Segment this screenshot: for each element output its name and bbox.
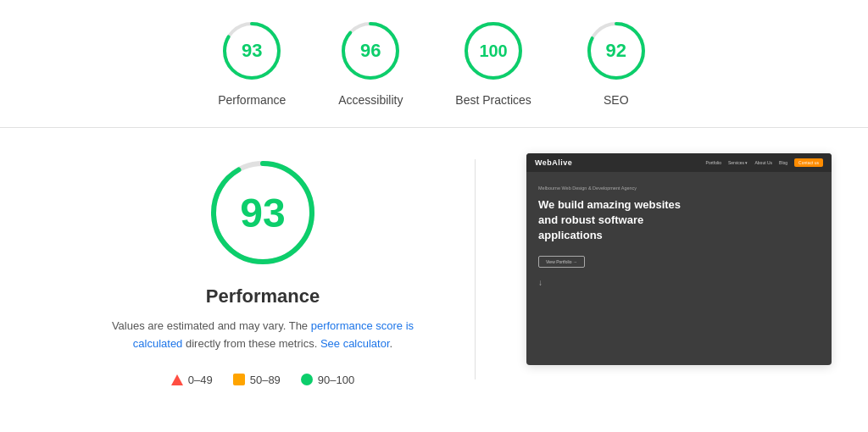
description-suffix: . [390,337,393,350]
seo-label: SEO [604,93,629,107]
performance-label: Performance [218,93,286,107]
legend-pass: 90–100 [301,374,354,386]
accessibility-circle: 96 [337,17,404,85]
pass-range: 90–100 [318,374,354,386]
preview-heading-line2: and robust software [538,213,643,226]
preview-contact-button: Contact us [794,158,823,167]
website-preview: WebAlive Portfolio Services ▾ About Us B… [526,153,832,365]
fail-range: 0–49 [188,374,213,386]
preview-services-link: Services ▾ [728,160,748,165]
vertical-divider [475,159,476,379]
legend-fail: 0–49 [171,374,213,386]
large-performance-circle: 93 [203,153,322,272]
preview-panel: WebAlive Portfolio Services ▾ About Us B… [526,153,832,365]
calculator-link[interactable]: See calculator [320,337,390,350]
preview-heading-line1: We build amazing websites [538,198,681,211]
preview-nav-links: Portfolio Services ▾ About Us Blog Conta… [706,158,823,167]
accessibility-score: 96 [360,40,381,62]
preview-portfolio-button: View Portfolio → [538,256,585,268]
average-icon [233,374,245,385]
fail-icon [171,374,183,385]
preview-heading-line3: applications [538,229,603,241]
legend-average: 50–89 [233,374,281,386]
content-section: 93 Performance Values are estimated and … [0,128,868,412]
description-prefix: Values are estimated and may vary. The [112,319,311,332]
preview-heading: We build amazing websites and robust sof… [538,197,820,244]
seo-score: 92 [606,40,626,62]
accessibility-label: Accessibility [338,93,403,107]
pass-icon [301,374,313,385]
performance-circle: 93 [218,17,286,85]
preview-portfolio-link: Portfolio [706,160,721,165]
best-practices-score: 100 [479,42,507,61]
preview-hero: Melbourne Web Design & Development Agenc… [526,172,832,301]
score-accessibility: 96 Accessibility [337,17,404,107]
preview-scroll-arrow: ↓ [538,278,820,287]
best-practices-label: Best Practices [455,93,531,107]
large-performance-score: 93 [240,190,285,236]
description-middle: directly from these metrics. [182,337,320,350]
preview-about-link: About Us [755,160,773,165]
score-performance: 93 Performance [218,17,286,107]
preview-navbar: WebAlive Portfolio Services ▾ About Us B… [526,153,832,172]
score-best-practices: 100 Best Practices [455,17,531,107]
average-range: 50–89 [250,374,281,386]
performance-score: 93 [242,40,262,62]
scores-bar: 93 Performance 96 Accessibility 100 Best… [0,0,868,128]
seo-circle: 92 [582,17,650,85]
legend: 0–49 50–89 90–100 [171,374,354,386]
best-practices-circle: 100 [459,17,527,85]
preview-subtitle: Melbourne Web Design & Development Agenc… [538,186,820,191]
preview-blog-link: Blog [779,160,787,165]
preview-logo: WebAlive [535,158,572,167]
detail-title: Performance [206,285,320,307]
score-seo: 92 SEO [582,17,650,107]
description-text: Values are estimated and may vary. The p… [110,318,415,353]
left-panel: 93 Performance Values are estimated and … [102,153,424,386]
